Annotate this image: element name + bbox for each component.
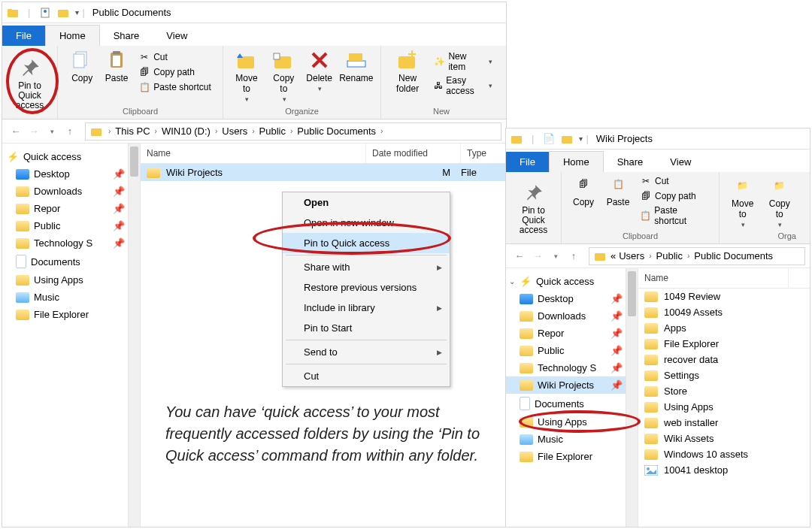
tab-view[interactable]: View	[656, 152, 704, 172]
tab-home[interactable]: Home	[549, 151, 604, 172]
tree-item-music[interactable]: Music	[2, 289, 140, 306]
back-button[interactable]: ←	[511, 247, 529, 265]
column-headers[interactable]: Name	[638, 268, 810, 289]
tree-item[interactable]: Public📌	[506, 342, 638, 359]
pin-to-quick-access-button[interactable]: Pin to Quick access	[511, 180, 556, 237]
recent-locations-button[interactable]: ▾	[43, 122, 61, 141]
tree-item[interactable]: Using Apps	[506, 413, 638, 431]
forward-button[interactable]: →	[25, 122, 43, 141]
move-to-button[interactable]: Move to	[228, 47, 265, 104]
copy-button[interactable]: Copy	[65, 47, 99, 85]
recent-locations-button[interactable]: ▾	[547, 247, 565, 265]
cut-button[interactable]: ✂Cut	[637, 174, 713, 188]
tree-item-downloads[interactable]: Downloads📌	[2, 183, 140, 200]
menu-item-pin-to-start[interactable]: Pin to Start	[283, 318, 450, 338]
nav-tree[interactable]: ⚡ Quick access Desktop📌 Downloads📌 Repor…	[2, 144, 141, 527]
tab-home[interactable]: Home	[45, 25, 100, 46]
up-button[interactable]: ↑	[565, 247, 583, 265]
list-item[interactable]: Wiki Projects M File	[141, 164, 506, 181]
quick-access-node[interactable]: ⌄ ⚡ Quick access	[506, 273, 638, 290]
tree-item-desktop[interactable]: Desktop📌	[2, 165, 140, 183]
col-name[interactable]: Name	[141, 144, 366, 163]
col-name[interactable]: Name	[638, 268, 789, 288]
list-item[interactable]: web installer	[638, 415, 810, 431]
list-item[interactable]: 10041 desktop	[638, 462, 810, 478]
tree-item-downloads[interactable]: Downloads📌	[506, 307, 638, 325]
list-item[interactable]: 1049 Review	[638, 289, 810, 304]
paste-shortcut-button[interactable]: 📋 Paste shortcut	[135, 80, 214, 94]
delete-button[interactable]: Delete	[302, 47, 337, 94]
tree-item[interactable]: Repor📌	[2, 200, 140, 217]
tab-view[interactable]: View	[153, 26, 201, 46]
list-item[interactable]: Windows 10 assets	[638, 446, 810, 462]
copy-to-button[interactable]: 📁 Copy to	[762, 173, 798, 230]
paste-shortcut-button[interactable]: 📋Paste shortcut	[637, 204, 713, 227]
caret-icon[interactable]: ▾	[75, 8, 79, 17]
col-type[interactable]: Type	[461, 144, 506, 163]
menu-item-include-in-library[interactable]: Include in library	[283, 298, 450, 318]
breadcrumb[interactable]: « Users› Public› Public Documents	[589, 247, 805, 265]
paste-button[interactable]: Paste	[99, 47, 134, 85]
menu-item-pin-to-quick-access[interactable]: Pin to Quick access	[283, 233, 450, 253]
menu-item-restore-previous[interactable]: Restore previous versions	[283, 277, 450, 298]
new-folder-button[interactable]: New folder	[386, 47, 429, 95]
scrollbar-thumb[interactable]	[628, 271, 636, 316]
collapse-icon[interactable]: ⌄	[509, 277, 515, 286]
menu-item-open-new-window[interactable]: Open in new window	[283, 213, 450, 233]
tree-item-documents[interactable]: Documents	[506, 394, 638, 413]
tree-item[interactable]: Using Apps	[2, 271, 140, 289]
menu-item-cut[interactable]: Cut	[283, 366, 450, 386]
tab-share[interactable]: Share	[604, 152, 657, 172]
file-list[interactable]: Name 1049 Review10049 AssetsAppsFile Exp…	[638, 268, 810, 527]
forward-button[interactable]: →	[529, 247, 547, 265]
back-button[interactable]: ←	[7, 122, 25, 141]
tree-item-wiki-projects[interactable]: Wiki Projects📌	[506, 376, 638, 394]
rename-button[interactable]: Rename	[337, 47, 376, 85]
tab-file[interactable]: File	[2, 26, 45, 46]
nav-tree[interactable]: ⌄ ⚡ Quick access Desktop📌 Downloads📌 Rep…	[506, 268, 638, 527]
menu-item-share-with[interactable]: Share with	[283, 257, 450, 277]
tab-share[interactable]: Share	[100, 26, 153, 46]
list-item[interactable]: Wiki Assets	[638, 431, 810, 446]
tree-item[interactable]: Technology S📌	[2, 234, 140, 252]
caret-icon[interactable]: ▾	[579, 135, 583, 143]
tree-item[interactable]: Repor📌	[506, 325, 638, 342]
list-item[interactable]: Store	[638, 383, 810, 399]
tree-item[interactable]: File Explorer	[506, 448, 638, 465]
properties-icon[interactable]	[39, 7, 51, 19]
copy-path-button[interactable]: 🗐 Copy path	[135, 65, 214, 79]
tree-item-music[interactable]: Music	[506, 431, 638, 448]
scrollbar[interactable]	[128, 144, 140, 527]
tree-item-desktop[interactable]: Desktop📌	[506, 290, 638, 307]
col-date[interactable]: Date modified	[366, 144, 461, 163]
quick-access-node[interactable]: ⚡ Quick access	[2, 148, 140, 165]
menu-item-open[interactable]: Open	[283, 192, 450, 213]
paste-button[interactable]: 📋 Paste	[601, 171, 635, 209]
easy-access-button[interactable]: 🖧 Easy access	[431, 74, 495, 97]
menu-item-send-to[interactable]: Send to	[283, 342, 450, 362]
folder-icon[interactable]	[57, 7, 69, 19]
cut-button[interactable]: ✂ Cut	[135, 50, 214, 64]
tree-item-documents[interactable]: Documents	[2, 252, 140, 271]
copy-to-button[interactable]: Copy to	[265, 47, 302, 104]
scrollbar-thumb[interactable]	[130, 147, 138, 177]
scrollbar[interactable]	[626, 268, 638, 527]
breadcrumb[interactable]: › This PC› WIN10 (D:)› Users› Public› Pu…	[85, 122, 501, 141]
tree-item[interactable]: File Explorer	[2, 306, 140, 323]
list-item[interactable]: Apps	[638, 320, 810, 336]
move-to-button[interactable]: 📁 Move to	[724, 173, 762, 230]
list-item[interactable]: Settings	[638, 367, 810, 383]
list-item[interactable]: 10049 Assets	[638, 304, 810, 320]
tree-item[interactable]: Public📌	[2, 217, 140, 234]
copy-path-button[interactable]: 🗐Copy path	[637, 189, 713, 203]
tree-item[interactable]: Technology S📌	[506, 359, 638, 376]
copy-button[interactable]: 🗐 Copy	[566, 171, 601, 209]
list-item[interactable]: recover data	[638, 352, 810, 367]
properties-icon[interactable]: 📄	[543, 133, 555, 145]
column-headers[interactable]: Name Date modified Type	[141, 144, 506, 164]
list-item[interactable]: File Explorer	[638, 336, 810, 352]
up-button[interactable]: ↑	[61, 122, 79, 141]
new-item-button[interactable]: ✨ New item	[431, 50, 495, 73]
folder-icon[interactable]	[561, 133, 573, 145]
pin-to-quick-access-button[interactable]: Pin to Quick access	[7, 56, 53, 113]
